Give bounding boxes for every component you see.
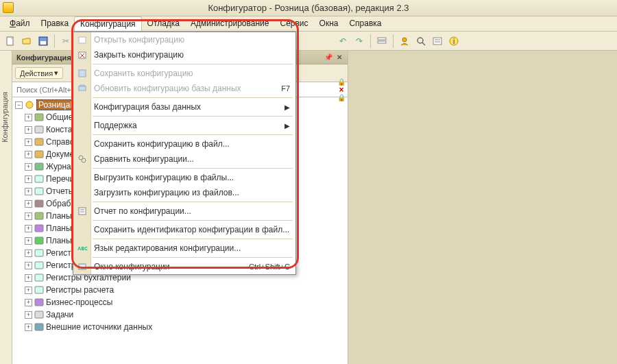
menu-debug[interactable]: Отладка xyxy=(142,16,185,31)
svg-rect-45 xyxy=(79,208,86,215)
tb-save-icon[interactable] xyxy=(36,34,51,49)
dd-sep xyxy=(93,134,293,135)
panel-pin-icon[interactable]: 📌 xyxy=(324,53,332,62)
tb-search-icon[interactable] xyxy=(413,34,428,49)
svg-rect-31 xyxy=(35,274,43,281)
tb-list-icon[interactable] xyxy=(374,34,389,49)
expander-icon[interactable]: + xyxy=(25,151,32,158)
dd-edit-lang[interactable]: ᴀʙᴄ Язык редактирования конфигурации... xyxy=(73,241,295,256)
tree-item[interactable]: +Бизнес-процессы xyxy=(12,296,348,308)
svg-rect-27 xyxy=(35,225,43,232)
tb-undo-icon[interactable]: ↶ xyxy=(335,34,350,49)
titlebar: Конфигуратор - Розница (базовая), редакц… xyxy=(0,0,617,16)
expander-icon[interactable]: + xyxy=(25,163,32,171)
menu-config[interactable]: Конфигурация xyxy=(74,16,142,31)
actions-menu-button[interactable]: Действия ▾ xyxy=(15,67,63,79)
expander-icon[interactable]: + xyxy=(25,250,32,257)
tree-item-icon xyxy=(34,223,45,233)
expander-icon[interactable]: + xyxy=(25,274,32,282)
svg-rect-26 xyxy=(35,213,43,219)
expander-icon[interactable]: − xyxy=(15,101,23,109)
tree-item-label: Бизнес-процессы xyxy=(46,298,112,307)
svg-point-9 xyxy=(402,38,407,42)
tb-syntax-icon[interactable] xyxy=(430,34,445,49)
menu-edit[interactable]: Правка xyxy=(36,16,75,31)
dd-save-config[interactable]: Сохранить конфигурацию xyxy=(73,66,295,81)
expander-icon[interactable]: + xyxy=(25,287,32,294)
config-dropdown: Открыть конфигурацию Закрыть конфигураци… xyxy=(73,32,296,275)
svg-point-10 xyxy=(418,38,423,43)
svg-rect-40 xyxy=(79,70,86,77)
tree-item-icon xyxy=(34,322,45,332)
dd-close-config[interactable]: Закрыть конфигурацию xyxy=(73,47,295,62)
tb-redo-icon[interactable]: ↷ xyxy=(352,34,367,49)
expander-icon[interactable]: + xyxy=(25,262,32,269)
svg-rect-42 xyxy=(79,86,86,90)
dd-compare[interactable]: Сравнить конфигурации... xyxy=(73,151,295,167)
tb-open-icon[interactable] xyxy=(19,34,34,49)
tb-info-icon[interactable]: i xyxy=(446,34,461,49)
expander-icon[interactable]: + xyxy=(25,324,32,331)
expander-icon[interactable]: + xyxy=(25,175,32,183)
svg-text:i: i xyxy=(453,38,455,45)
svg-rect-25 xyxy=(35,200,43,207)
tree-item[interactable]: +Внешние источники данных xyxy=(12,321,348,333)
tree-item-icon xyxy=(34,174,45,184)
dd-db-config[interactable]: Конфигурация базы данных ▶ xyxy=(73,99,295,114)
svg-rect-2 xyxy=(40,41,46,45)
svg-rect-21 xyxy=(35,151,43,158)
dd-sep xyxy=(93,168,293,169)
update-db-icon xyxy=(76,82,88,95)
svg-point-44 xyxy=(82,158,86,162)
dd-import-files[interactable]: Загрузить конфигурацию из файлов... xyxy=(73,185,295,200)
svg-rect-7 xyxy=(378,38,386,40)
dd-update-db[interactable]: Обновить конфигурацию базы данных F7 xyxy=(73,81,295,96)
tree-item[interactable]: +Регистры расчета xyxy=(12,284,348,296)
dd-save-to-file[interactable]: Сохранить конфигурацию в файл... xyxy=(73,136,295,151)
dd-sep xyxy=(93,202,293,202)
menu-windows[interactable]: Окна xyxy=(314,16,344,31)
tree-item-icon xyxy=(34,137,45,147)
dd-export-files[interactable]: Выгрузить конфигурацию в файлы... xyxy=(73,170,295,185)
tb-new-icon[interactable] xyxy=(3,34,18,49)
tb-user-icon[interactable] xyxy=(397,34,412,49)
svg-point-17 xyxy=(26,101,33,108)
svg-rect-24 xyxy=(35,188,43,195)
tree-item-icon xyxy=(34,260,45,270)
dd-report[interactable]: Отчет по конфигурации... xyxy=(73,204,295,219)
expander-icon[interactable]: + xyxy=(25,225,32,232)
side-tab[interactable]: Конфигурация xyxy=(0,51,12,364)
window-title: Конфигуратор - Розница (базовая), редакц… xyxy=(208,3,409,13)
svg-rect-36 xyxy=(79,37,86,43)
expander-icon[interactable]: + xyxy=(25,138,32,146)
tree-item-icon xyxy=(34,285,45,295)
expander-icon[interactable]: + xyxy=(25,188,32,195)
menu-help[interactable]: Справка xyxy=(343,16,387,31)
svg-rect-35 xyxy=(35,324,43,330)
panel-close-icon[interactable]: ✕ xyxy=(335,53,343,62)
tree-item-icon xyxy=(34,273,45,282)
expander-icon[interactable]: + xyxy=(25,299,32,306)
menu-service[interactable]: Сервис xyxy=(274,16,313,31)
dd-open-config[interactable]: Открыть конфигурацию xyxy=(73,32,295,47)
side-tab-label: Конфигурация xyxy=(1,92,12,143)
expander-icon[interactable]: + xyxy=(25,213,32,220)
panel-title: Конфигурация xyxy=(16,53,71,62)
svg-line-11 xyxy=(422,43,425,45)
expander-icon[interactable]: + xyxy=(25,311,32,319)
expander-icon[interactable]: + xyxy=(25,114,32,121)
window-icon xyxy=(76,260,88,273)
tb-cut-icon[interactable]: ✂ xyxy=(58,34,73,49)
expander-icon[interactable]: + xyxy=(25,237,32,245)
menu-admin[interactable]: Администрирование xyxy=(185,16,274,31)
expander-icon[interactable]: + xyxy=(25,200,32,208)
expander-icon[interactable]: + xyxy=(25,126,32,134)
dd-save-id[interactable]: Сохранить идентификатор конфигурации в ф… xyxy=(73,222,295,237)
dd-window[interactable]: Окно конфигурации Ctrl+Shift+C xyxy=(73,259,295,274)
menu-file[interactable]: Файл xyxy=(4,16,36,31)
svg-rect-18 xyxy=(35,114,43,121)
tree-item[interactable]: +Задачи xyxy=(12,308,348,321)
dd-sep xyxy=(93,64,293,64)
dd-support[interactable]: Поддержка ▶ xyxy=(73,118,295,133)
svg-rect-12 xyxy=(433,38,441,45)
